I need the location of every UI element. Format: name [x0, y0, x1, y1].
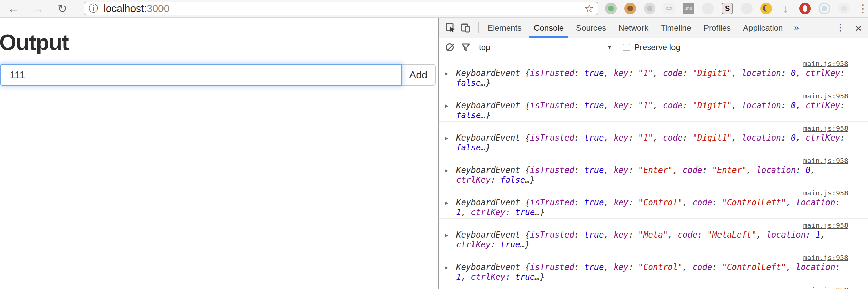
- expand-triangle-icon[interactable]: ▶: [445, 68, 456, 88]
- code-brackets-extension-icon[interactable]: <>: [663, 3, 675, 14]
- react-atom-extension-icon[interactable]: [819, 3, 830, 14]
- tab-label: Elements: [487, 23, 522, 33]
- devtools-close-icon[interactable]: ×: [855, 22, 862, 34]
- tab-network[interactable]: Network: [612, 18, 654, 38]
- device-toolbar-icon[interactable]: [461, 23, 471, 33]
- cookie-extension-icon[interactable]: [624, 3, 636, 14]
- tab-label: Application: [743, 23, 783, 33]
- expand-triangle-icon[interactable]: ▶: [445, 230, 456, 250]
- expand-triangle-icon[interactable]: ▶: [445, 165, 456, 185]
- console-entry: main.js:958: [439, 283, 868, 289]
- tab-label: Profiles: [703, 23, 731, 33]
- source-link[interactable]: main.js:958: [803, 189, 848, 197]
- reload-icon[interactable]: ↻: [57, 3, 68, 14]
- source-link[interactable]: main.js:958: [803, 92, 848, 100]
- console-message: KeyboardEvent {isTrusted: true, key: "1"…: [456, 133, 845, 153]
- url-bar[interactable]: ⓘ localhost: 3000 ☆: [84, 2, 598, 15]
- forward-icon: →: [32, 3, 44, 14]
- devtools-panel: ElementsConsoleSourcesNetworkTimelinePro…: [439, 18, 868, 289]
- browser-menu-icon[interactable]: ⋮: [858, 3, 868, 14]
- url-host: localhost:: [104, 3, 147, 14]
- source-link[interactable]: main.js:958: [803, 221, 848, 229]
- expand-triangle-icon[interactable]: ▶: [445, 262, 456, 282]
- page-title: Output: [0, 30, 438, 55]
- source-link[interactable]: main.js:958: [803, 60, 848, 68]
- expand-triangle-icon[interactable]: ▶: [445, 133, 456, 153]
- markdown-doc-extension-icon[interactable]: .md: [683, 3, 694, 14]
- clear-console-icon[interactable]: [446, 43, 454, 51]
- devtools-tabbar: ElementsConsoleSourcesNetworkTimelinePro…: [439, 18, 868, 38]
- browser-toolbar: ← → ↻ ⓘ localhost: 3000 ☆ <>.mdS☾↓ ⋮: [0, 0, 868, 18]
- console-entry: main.js:958▶KeyboardEvent {isTrusted: tr…: [439, 186, 868, 219]
- page-info-icon[interactable]: ⓘ: [89, 4, 98, 13]
- more-tabs-chevron[interactable]: »: [789, 22, 803, 33]
- input-group: Add: [0, 64, 436, 86]
- tab-label: Timeline: [661, 23, 691, 33]
- faint-swirl-extension-icon[interactable]: [838, 3, 850, 14]
- console-message: KeyboardEvent {isTrusted: true, key: "Me…: [456, 230, 825, 250]
- console-message: KeyboardEvent {isTrusted: true, key: "Co…: [456, 262, 840, 282]
- source-link[interactable]: main.js:958: [803, 254, 848, 262]
- console-message: KeyboardEvent {isTrusted: true, key: "En…: [456, 165, 816, 185]
- source-link[interactable]: main.js:958: [803, 157, 848, 165]
- console-message: KeyboardEvent {isTrusted: true, key: "Co…: [456, 198, 840, 218]
- console-entry: main.js:958▶KeyboardEvent {isTrusted: tr…: [439, 122, 868, 154]
- console-toolbar: top ▼ Preserve log: [439, 38, 868, 57]
- inspect-element-icon[interactable]: [446, 23, 456, 33]
- download-arrow-extension-icon[interactable]: ↓: [780, 3, 791, 14]
- console-entry: main.js:958▶KeyboardEvent {isTrusted: tr…: [439, 89, 868, 122]
- execution-context-value: top: [479, 43, 490, 52]
- execution-context-select[interactable]: top ▼: [479, 43, 613, 52]
- chevron-down-icon: ▼: [607, 44, 613, 51]
- console-entry: main.js:958▶KeyboardEvent {isTrusted: tr…: [439, 154, 868, 186]
- tab-console[interactable]: Console: [528, 18, 570, 38]
- filter-icon[interactable]: [461, 43, 470, 52]
- add-button[interactable]: Add: [402, 64, 436, 86]
- console-message: KeyboardEvent {isTrusted: true, key: "1"…: [456, 68, 845, 88]
- tab-timeline[interactable]: Timeline: [654, 18, 697, 38]
- console-entry: main.js:958▶KeyboardEvent {isTrusted: tr…: [439, 251, 868, 283]
- disabled-circle-extension-icon[interactable]: [702, 3, 714, 14]
- tab-label: Sources: [576, 23, 606, 33]
- dark-mode-moon-extension-icon[interactable]: ☾: [760, 3, 772, 14]
- preserve-log-label: Preserve log: [634, 43, 680, 52]
- browser-window: ← → ↻ ⓘ localhost: 3000 ☆ <>.mdS☾↓ ⋮ Out…: [0, 0, 868, 290]
- url-port: 3000: [147, 3, 170, 14]
- tab-elements[interactable]: Elements: [481, 18, 528, 38]
- preserve-log-checkbox[interactable]: [623, 44, 630, 51]
- tab-application[interactable]: Application: [737, 18, 789, 38]
- back-icon[interactable]: ←: [7, 3, 19, 14]
- tab-label: Network: [618, 23, 648, 33]
- console-entry: main.js:958▶KeyboardEvent {isTrusted: tr…: [439, 57, 868, 89]
- tab-strip: ElementsConsoleSourcesNetworkTimelinePro…: [481, 18, 789, 38]
- source-link[interactable]: main.js:958: [803, 124, 848, 132]
- tabbar-separator: [478, 22, 479, 33]
- stop-hand-extension-icon[interactable]: [799, 3, 811, 14]
- console-log: main.js:958▶KeyboardEvent {isTrusted: tr…: [439, 57, 868, 289]
- bookmark-star-icon[interactable]: ☆: [584, 3, 594, 14]
- active-tab-underline: [529, 36, 568, 38]
- main-split: Output Add ElementsConsoleSourcesNetwork…: [0, 18, 868, 289]
- expand-triangle-icon[interactable]: ▶: [445, 198, 456, 218]
- tab-label: Console: [534, 23, 564, 33]
- web-page: Output Add: [0, 18, 438, 289]
- devtools-menu-icon[interactable]: ⋮: [836, 23, 845, 32]
- status-green-extension-icon[interactable]: [605, 3, 617, 14]
- disabled-circle-extension-icon-2[interactable]: [741, 3, 753, 14]
- source-link[interactable]: main.js:958: [803, 286, 848, 289]
- tab-profiles[interactable]: Profiles: [697, 18, 737, 38]
- console-message: KeyboardEvent {isTrusted: true, key: "1"…: [456, 101, 845, 120]
- extension-icons-row: <>.mdS☾↓: [605, 3, 850, 14]
- console-entry: main.js:958▶KeyboardEvent {isTrusted: tr…: [439, 219, 868, 251]
- expand-triangle-icon[interactable]: ▶: [445, 101, 456, 120]
- item-input[interactable]: [0, 64, 402, 86]
- tab-sources[interactable]: Sources: [570, 18, 612, 38]
- swirl-gray-extension-icon[interactable]: [644, 3, 655, 14]
- s-letter-extension-icon[interactable]: S: [722, 3, 733, 14]
